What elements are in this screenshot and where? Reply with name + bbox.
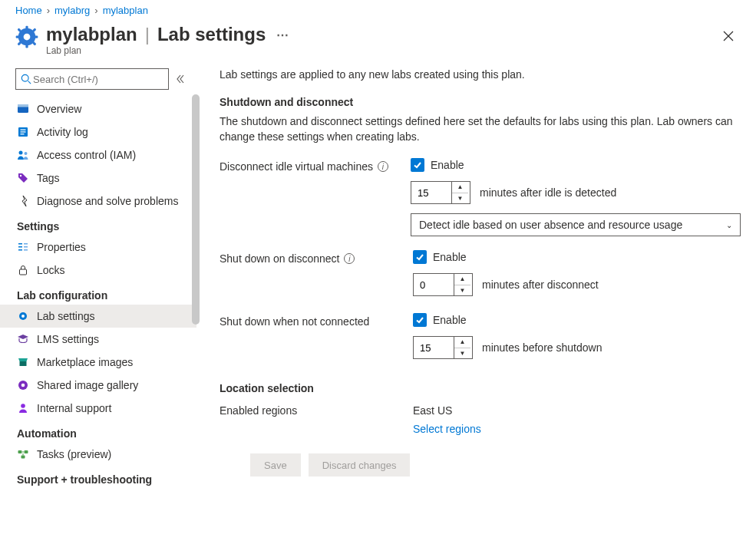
iam-icon — [17, 149, 29, 161]
sidebar-item-label: LMS settings — [37, 333, 99, 345]
svg-rect-5 — [34, 35, 38, 38]
spinner-up-button[interactable]: ▲ — [452, 182, 468, 193]
bottom-bar: Save Discard changes — [220, 443, 741, 487]
sidebar-item-activity-log[interactable]: Activity log — [0, 120, 196, 143]
svg-rect-28 — [24, 249, 28, 251]
svg-rect-29 — [20, 269, 27, 275]
info-icon[interactable]: i — [378, 161, 388, 172]
not-connected-minutes-suffix: minutes before shutdown — [482, 341, 602, 354]
svg-point-12 — [21, 74, 28, 81]
shutdown-not-connected-enable-checkbox[interactable] — [413, 313, 427, 327]
location-heading: Location selection — [220, 382, 741, 394]
sidebar-item-lab-settings[interactable]: Lab settings — [0, 305, 196, 328]
sidebar-item-shared-image-gallery[interactable]: Shared image gallery — [0, 374, 196, 397]
shutdown-not-connected-label: Shut down when not connected — [220, 315, 369, 328]
sidebar-item-overview[interactable]: Overview — [0, 97, 196, 120]
properties-icon — [17, 241, 29, 253]
svg-rect-4 — [16, 35, 20, 38]
not-connected-minutes-spinner[interactable]: ▲ ▼ — [413, 336, 473, 359]
page-title: Lab settings — [157, 24, 266, 45]
sidebar-section-support: Support + troubleshooting — [0, 466, 196, 489]
more-button[interactable]: ⋯ — [273, 28, 292, 42]
svg-point-31 — [21, 315, 25, 318]
select-regions-link[interactable]: Select regions — [413, 423, 481, 435]
breadcrumb-item-rg[interactable]: mylabrg — [54, 5, 90, 16]
activity-log-icon — [17, 126, 29, 138]
sidebar-item-label: Marketplace images — [37, 356, 133, 368]
search-box[interactable] — [15, 68, 169, 90]
spinner-up-button[interactable]: ▲ — [454, 274, 470, 285]
disconnect-idle-enable-checkbox[interactable] — [411, 158, 424, 172]
check-icon — [413, 160, 422, 170]
svg-rect-19 — [21, 134, 25, 134]
enable-label: Enable — [433, 251, 467, 263]
close-button[interactable] — [719, 27, 738, 45]
svg-rect-2 — [25, 26, 28, 30]
svg-rect-3 — [25, 44, 28, 48]
not-connected-minutes-input[interactable] — [414, 337, 454, 358]
sidebar-item-label: Diagnose and solve problems — [37, 195, 178, 207]
info-icon[interactable]: i — [344, 253, 355, 264]
sidebar-item-label: Tasks (preview) — [37, 448, 111, 460]
check-icon — [415, 252, 424, 262]
svg-rect-27 — [18, 249, 22, 251]
sidebar-item-label: Shared image gallery — [37, 379, 138, 391]
chevron-down-icon: ⌄ — [726, 221, 732, 229]
svg-rect-17 — [21, 130, 26, 130]
enable-label: Enable — [433, 314, 467, 326]
sidebar-item-label: Tags — [37, 172, 60, 184]
svg-rect-37 — [25, 450, 28, 453]
shutdown-disconnect-enable-checkbox[interactable] — [413, 250, 427, 264]
search-icon — [21, 74, 31, 84]
svg-rect-25 — [18, 246, 22, 248]
sidebar-item-tasks[interactable]: Tasks (preview) — [0, 443, 196, 466]
sidebar-item-properties[interactable]: Properties — [0, 236, 196, 259]
sidebar-item-internal-support[interactable]: Internal support — [0, 397, 196, 420]
sidebar: Overview Activity log Access control (IA… — [0, 64, 196, 540]
tasks-icon — [17, 448, 29, 460]
idle-minutes-input[interactable] — [411, 182, 451, 203]
disconnect-minutes-spinner[interactable]: ▲ ▼ — [413, 273, 473, 296]
spinner-down-button[interactable]: ▼ — [454, 285, 470, 296]
breadcrumb-item-plan[interactable]: mylabplan — [103, 5, 148, 16]
idle-detection-value: Detect idle based on user absence and re… — [419, 219, 682, 231]
sidebar-item-label: Locks — [37, 264, 65, 276]
idle-detection-select[interactable]: Detect idle based on user absence and re… — [411, 213, 741, 236]
svg-point-21 — [25, 152, 28, 155]
enabled-regions-label: Enabled regions — [220, 404, 297, 417]
sidebar-item-tags[interactable]: Tags — [0, 166, 196, 190]
title-separator: | — [145, 24, 150, 45]
sidebar-section-automation: Automation — [0, 420, 196, 443]
check-icon — [415, 315, 424, 325]
sidebar-item-lms-settings[interactable]: LMS settings — [0, 328, 196, 351]
breadcrumb: Home › mylabrg › mylabplan — [0, 0, 756, 16]
diagnose-icon — [17, 195, 29, 207]
spinner-down-button[interactable]: ▼ — [452, 193, 468, 204]
sidebar-item-access-control[interactable]: Access control (IAM) — [0, 143, 196, 166]
shutdown-description: The shutdown and disconnect settings def… — [220, 114, 741, 144]
svg-rect-38 — [21, 456, 25, 459]
overview-icon — [17, 103, 29, 115]
discard-changes-button[interactable]: Discard changes — [309, 453, 411, 476]
sidebar-item-marketplace-images[interactable]: Marketplace images — [0, 351, 196, 374]
sidebar-item-diagnose[interactable]: Diagnose and solve problems — [0, 190, 196, 213]
svg-line-13 — [28, 81, 31, 84]
search-input[interactable] — [31, 73, 163, 86]
sidebar-section-labconfig: Lab configuration — [0, 282, 196, 305]
idle-minutes-spinner[interactable]: ▲ ▼ — [411, 181, 470, 204]
collapse-sidebar-button[interactable] — [175, 72, 186, 86]
save-button[interactable]: Save — [250, 453, 301, 476]
breadcrumb-item-home[interactable]: Home — [15, 5, 42, 16]
disconnect-minutes-input[interactable] — [414, 274, 454, 295]
svg-rect-18 — [21, 131, 26, 132]
sidebar-item-label: Properties — [37, 241, 86, 253]
spinner-up-button[interactable]: ▲ — [454, 337, 470, 348]
sidebar-item-locks[interactable]: Locks — [0, 259, 196, 282]
spinner-down-button[interactable]: ▼ — [454, 348, 470, 359]
svg-rect-24 — [24, 243, 28, 245]
chevron-right-icon: › — [47, 5, 50, 16]
sidebar-item-label: Lab settings — [37, 310, 95, 322]
svg-point-35 — [21, 404, 25, 408]
sidebar-item-label: Overview — [37, 103, 81, 115]
lms-icon — [17, 333, 29, 345]
